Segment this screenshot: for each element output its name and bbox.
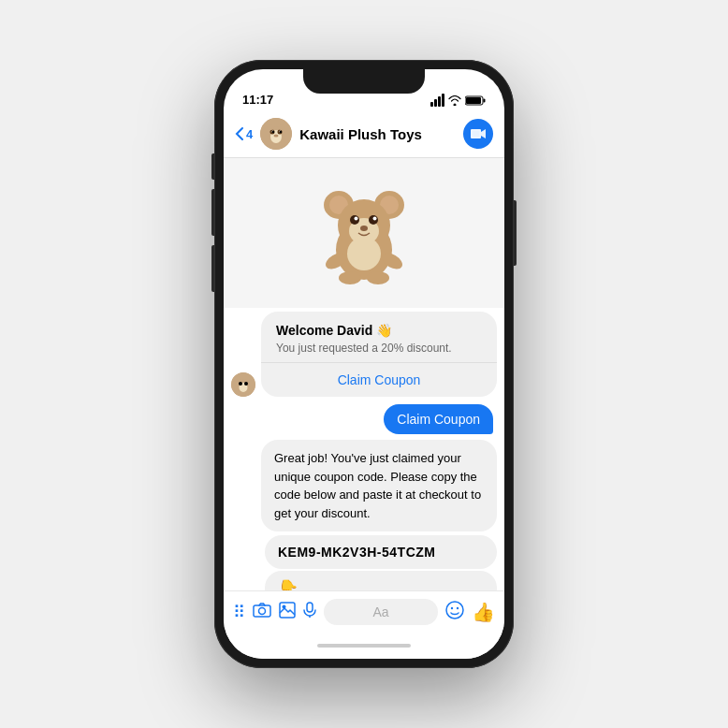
volume-up-button [211,189,214,236]
svg-point-53 [446,602,463,619]
wifi-icon [448,95,461,106]
svg-point-14 [279,124,285,130]
svg-point-25 [373,217,377,221]
svg-point-29 [347,237,381,270]
svg-rect-51 [307,603,313,612]
chat-name: Kawaii Plush Toys [299,126,456,142]
chat-avatar [260,118,292,150]
volume-down-button [211,245,214,292]
svg-point-55 [457,606,459,608]
card-title: Welcome David 👋 [276,323,482,338]
status-icons [430,94,486,107]
svg-point-24 [355,217,358,221]
svg-point-23 [369,215,378,225]
bot-card-row: Welcome David 👋 You just requested a 20%… [224,308,504,400]
power-button [514,200,517,266]
coupon-code-row: KEM9-MK2V3H-54TCZM [224,533,504,569]
phone-screen: 11:17 [224,69,504,659]
svg-point-30 [339,271,361,284]
product-image [224,158,504,308]
svg-point-26 [360,226,368,231]
svg-point-54 [451,606,453,608]
svg-point-13 [268,124,274,130]
mute-button [211,153,214,180]
home-indicator [224,633,504,659]
coupon-code: KEM9-MK2V3H-54TCZM [265,535,497,569]
battery-icon [465,95,486,106]
emoji-message: 👇 [265,571,497,590]
message-input[interactable]: Aa [324,599,438,625]
input-bar: ⠿ Aa 👍 [224,590,504,633]
svg-point-10 [272,131,274,133]
bot-avatar-1 [231,372,255,397]
claim-coupon-button-1[interactable]: Claim Coupon [261,362,497,397]
svg-point-48 [259,607,266,614]
card-content: Welcome David 👋 You just requested a 20%… [261,312,497,362]
svg-point-36 [244,382,248,386]
emoji-row: 👇 [224,569,504,590]
card-subtitle: You just requested a 20% discount. [276,342,482,355]
back-button[interactable]: 4 [235,126,253,141]
signal-icon [430,94,444,107]
thumbs-up-icon[interactable]: 👍 [472,601,495,623]
user-message-row: Claim Coupon [224,400,504,438]
svg-point-35 [239,382,242,386]
video-call-button[interactable] [463,119,493,149]
chat-area: Welcome David 👋 You just requested a 20%… [224,158,504,590]
svg-rect-2 [466,97,481,104]
svg-point-22 [350,215,359,225]
svg-point-12 [274,135,279,138]
home-bar [317,644,411,648]
svg-point-31 [367,271,389,284]
user-bubble: Claim Coupon [384,404,493,434]
grid-icon[interactable]: ⠿ [233,602,245,622]
image-icon[interactable] [279,602,296,623]
welcome-card: Welcome David 👋 You just requested a 20%… [261,312,497,397]
chat-header: 4 Kawaii Plush Toys [224,110,504,158]
bot-response: Great job! You've just claimed your uniq… [261,440,497,531]
status-time: 11:17 [242,93,273,107]
bear-illustration [313,177,415,289]
mic-icon[interactable] [303,602,316,623]
phone-frame: 11:17 [214,60,514,668]
bot-text-row: Great job! You've just claimed your uniq… [224,438,504,533]
notch [303,69,425,94]
camera-icon[interactable] [253,603,271,622]
emoji-icon[interactable] [445,601,464,624]
svg-point-11 [280,131,282,133]
svg-rect-1 [484,98,486,102]
back-count: 4 [246,127,253,141]
